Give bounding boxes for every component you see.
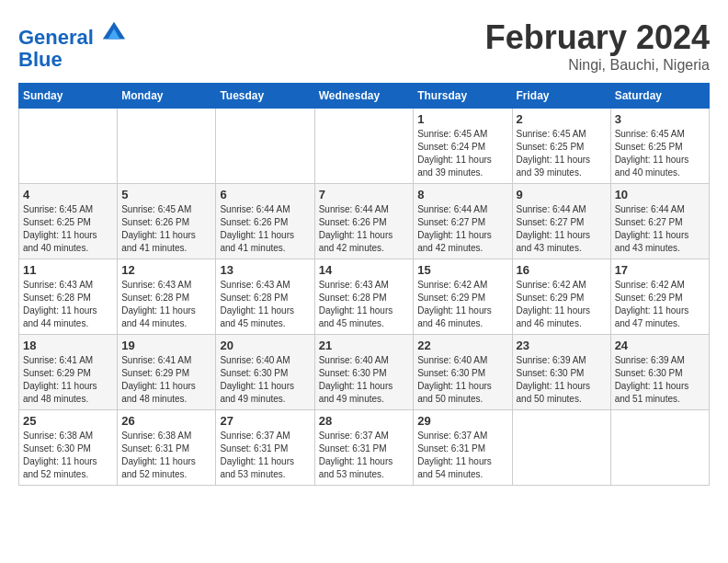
day-info: Sunrise: 6:45 AM Sunset: 6:25 PM Dayligh… [517, 128, 607, 179]
logo-text: General Blue [18, 18, 127, 71]
day-number: 5 [121, 188, 211, 201]
day-number: 25 [23, 414, 113, 428]
page-header: General Blue February 2024 Ningi, Bauchi… [18, 18, 710, 74]
table-row: 29Sunrise: 6:37 AM Sunset: 6:31 PM Dayli… [414, 410, 512, 486]
table-row: 19Sunrise: 6:41 AM Sunset: 6:29 PM Dayli… [118, 335, 216, 410]
logo-icon [101, 18, 127, 44]
logo-blue: Blue [18, 48, 63, 71]
table-row: 21Sunrise: 6:40 AM Sunset: 6:30 PM Dayli… [314, 335, 414, 410]
table-row: 2Sunrise: 6:45 AM Sunset: 6:25 PM Daylig… [512, 109, 610, 184]
header-friday: Friday [512, 84, 610, 109]
table-row: 20Sunrise: 6:40 AM Sunset: 6:30 PM Dayli… [216, 335, 314, 410]
day-info: Sunrise: 6:43 AM Sunset: 6:28 PM Dayligh… [220, 279, 310, 330]
table-row: 17Sunrise: 6:42 AM Sunset: 6:29 PM Dayli… [610, 259, 709, 335]
day-number: 7 [319, 188, 410, 201]
table-row: 9Sunrise: 6:44 AM Sunset: 6:27 PM Daylig… [512, 184, 610, 259]
day-info: Sunrise: 6:40 AM Sunset: 6:30 PM Dayligh… [417, 354, 507, 406]
day-info: Sunrise: 6:45 AM Sunset: 6:25 PM Dayligh… [615, 128, 705, 179]
day-info: Sunrise: 6:42 AM Sunset: 6:29 PM Dayligh… [615, 279, 705, 330]
table-row: 22Sunrise: 6:40 AM Sunset: 6:30 PM Dayli… [414, 335, 512, 410]
table-row: 12Sunrise: 6:43 AM Sunset: 6:28 PM Dayli… [118, 259, 216, 335]
day-number: 12 [121, 263, 211, 277]
header-tuesday: Tuesday [216, 84, 314, 109]
day-number: 2 [517, 112, 607, 126]
table-row [512, 410, 610, 486]
day-info: Sunrise: 6:39 AM Sunset: 6:30 PM Dayligh… [615, 354, 705, 406]
header-saturday: Saturday [610, 84, 709, 109]
day-number: 11 [23, 263, 113, 277]
logo-general: General [18, 26, 94, 49]
title-block: February 2024 Ningi, Bauchi, Nigeria [485, 18, 710, 74]
day-number: 29 [417, 414, 507, 428]
day-number: 9 [517, 188, 607, 201]
calendar-table: Sunday Monday Tuesday Wednesday Thursday… [18, 83, 710, 486]
table-row: 8Sunrise: 6:44 AM Sunset: 6:27 PM Daylig… [414, 184, 512, 259]
table-row: 18Sunrise: 6:41 AM Sunset: 6:29 PM Dayli… [19, 335, 118, 410]
header-wednesday: Wednesday [314, 84, 414, 109]
header-thursday: Thursday [414, 84, 512, 109]
day-info: Sunrise: 6:37 AM Sunset: 6:31 PM Dayligh… [220, 430, 310, 481]
day-number: 14 [319, 263, 410, 277]
day-info: Sunrise: 6:43 AM Sunset: 6:28 PM Dayligh… [121, 279, 211, 330]
calendar-title: February 2024 [485, 18, 710, 57]
day-info: Sunrise: 6:44 AM Sunset: 6:27 PM Dayligh… [615, 203, 705, 255]
day-info: Sunrise: 6:40 AM Sunset: 6:30 PM Dayligh… [319, 354, 410, 406]
calendar-subtitle: Ningi, Bauchi, Nigeria [485, 57, 710, 74]
day-info: Sunrise: 6:42 AM Sunset: 6:29 PM Dayligh… [417, 279, 507, 330]
calendar-week-row: 18Sunrise: 6:41 AM Sunset: 6:29 PM Dayli… [19, 335, 710, 410]
day-info: Sunrise: 6:38 AM Sunset: 6:30 PM Dayligh… [23, 430, 113, 481]
table-row: 13Sunrise: 6:43 AM Sunset: 6:28 PM Dayli… [216, 259, 314, 335]
day-number: 16 [517, 263, 607, 277]
day-info: Sunrise: 6:37 AM Sunset: 6:31 PM Dayligh… [417, 430, 507, 481]
table-row [314, 109, 414, 184]
table-row: 10Sunrise: 6:44 AM Sunset: 6:27 PM Dayli… [610, 184, 709, 259]
header-sunday: Sunday [19, 84, 118, 109]
table-row: 26Sunrise: 6:38 AM Sunset: 6:31 PM Dayli… [118, 410, 216, 486]
day-number: 1 [417, 112, 507, 126]
day-info: Sunrise: 6:41 AM Sunset: 6:29 PM Dayligh… [23, 354, 113, 406]
table-row: 16Sunrise: 6:42 AM Sunset: 6:29 PM Dayli… [512, 259, 610, 335]
table-row: 14Sunrise: 6:43 AM Sunset: 6:28 PM Dayli… [314, 259, 414, 335]
table-row: 1Sunrise: 6:45 AM Sunset: 6:24 PM Daylig… [414, 109, 512, 184]
calendar-week-row: 25Sunrise: 6:38 AM Sunset: 6:30 PM Dayli… [19, 410, 710, 486]
day-number: 3 [615, 112, 705, 126]
table-row: 3Sunrise: 6:45 AM Sunset: 6:25 PM Daylig… [610, 109, 709, 184]
day-number: 17 [615, 263, 705, 277]
day-number: 22 [417, 339, 507, 352]
day-info: Sunrise: 6:43 AM Sunset: 6:28 PM Dayligh… [23, 279, 113, 330]
day-number: 19 [121, 339, 211, 352]
calendar-week-row: 11Sunrise: 6:43 AM Sunset: 6:28 PM Dayli… [19, 259, 710, 335]
day-number: 10 [615, 188, 705, 201]
day-number: 28 [319, 414, 410, 428]
table-row: 5Sunrise: 6:45 AM Sunset: 6:26 PM Daylig… [118, 184, 216, 259]
table-row: 23Sunrise: 6:39 AM Sunset: 6:30 PM Dayli… [512, 335, 610, 410]
day-number: 15 [417, 263, 507, 277]
day-info: Sunrise: 6:44 AM Sunset: 6:26 PM Dayligh… [220, 203, 310, 255]
day-number: 6 [220, 188, 310, 201]
table-row: 11Sunrise: 6:43 AM Sunset: 6:28 PM Dayli… [19, 259, 118, 335]
header-monday: Monday [118, 84, 216, 109]
table-row [19, 109, 118, 184]
day-info: Sunrise: 6:37 AM Sunset: 6:31 PM Dayligh… [319, 430, 410, 481]
day-info: Sunrise: 6:42 AM Sunset: 6:29 PM Dayligh… [517, 279, 607, 330]
day-info: Sunrise: 6:39 AM Sunset: 6:30 PM Dayligh… [517, 354, 607, 406]
day-info: Sunrise: 6:44 AM Sunset: 6:27 PM Dayligh… [517, 203, 607, 255]
table-row: 24Sunrise: 6:39 AM Sunset: 6:30 PM Dayli… [610, 335, 709, 410]
table-row [216, 109, 314, 184]
day-info: Sunrise: 6:38 AM Sunset: 6:31 PM Dayligh… [121, 430, 211, 481]
day-info: Sunrise: 6:43 AM Sunset: 6:28 PM Dayligh… [319, 279, 410, 330]
table-row: 4Sunrise: 6:45 AM Sunset: 6:25 PM Daylig… [19, 184, 118, 259]
day-number: 23 [517, 339, 607, 352]
day-number: 20 [220, 339, 310, 352]
day-info: Sunrise: 6:45 AM Sunset: 6:25 PM Dayligh… [23, 203, 113, 255]
table-row: 27Sunrise: 6:37 AM Sunset: 6:31 PM Dayli… [216, 410, 314, 486]
table-row [118, 109, 216, 184]
day-number: 8 [417, 188, 507, 201]
day-number: 13 [220, 263, 310, 277]
table-row [610, 410, 709, 486]
day-number: 27 [220, 414, 310, 428]
day-info: Sunrise: 6:40 AM Sunset: 6:30 PM Dayligh… [220, 354, 310, 406]
calendar-week-row: 1Sunrise: 6:45 AM Sunset: 6:24 PM Daylig… [19, 109, 710, 184]
table-row: 28Sunrise: 6:37 AM Sunset: 6:31 PM Dayli… [314, 410, 414, 486]
table-row: 6Sunrise: 6:44 AM Sunset: 6:26 PM Daylig… [216, 184, 314, 259]
